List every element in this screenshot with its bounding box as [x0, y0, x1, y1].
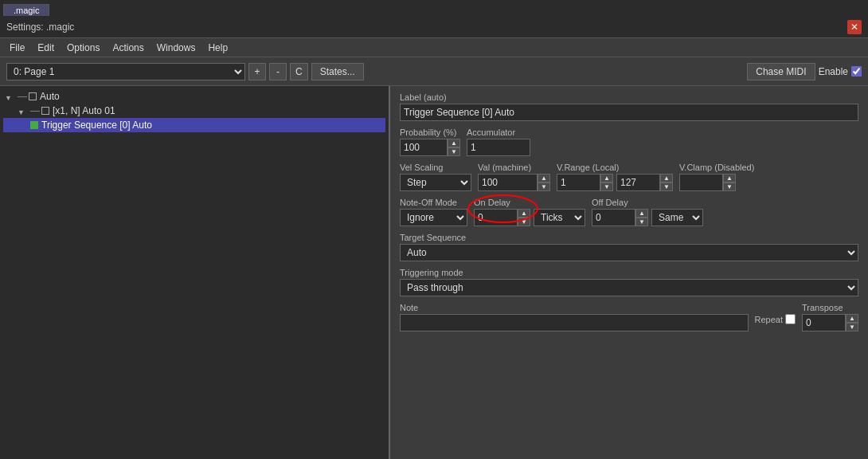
trigger-seq-icon — [30, 121, 38, 129]
repeat-checkbox[interactable] — [785, 314, 796, 324]
on-delay-label: On Delay — [474, 198, 585, 207]
menu-help[interactable]: Help — [201, 41, 234, 55]
enable-checkbox[interactable] — [851, 66, 862, 76]
repeat-label: Repeat — [755, 314, 796, 324]
tree-label-auto01: [x1, N] Auto 01 — [53, 105, 115, 116]
chase-midi-button[interactable]: Chase MIDI — [747, 63, 815, 80]
off-delay-down[interactable]: ▼ — [635, 218, 648, 226]
probability-label: Probability (%) — [400, 128, 460, 137]
val-machine-up[interactable]: ▲ — [538, 174, 550, 182]
on-delay-spin-buttons: ▲ ▼ — [518, 209, 530, 226]
val-machine-col: Val (machine) ▲ ▼ — [478, 163, 550, 191]
vclamp-input[interactable] — [679, 174, 723, 191]
enable-label: Enable — [819, 66, 862, 77]
target-seq-label: Target Sequence — [400, 233, 858, 242]
vrange-input1[interactable] — [557, 174, 600, 191]
probability-up[interactable]: ▲ — [448, 139, 460, 147]
page-select[interactable]: 0: Page 1 — [6, 63, 245, 80]
vrange-down2[interactable]: ▼ — [660, 182, 673, 191]
title-bar: Settings: .magic ✕ — [0, 16, 868, 38]
vel-scaling-col: Vel Scaling Step Linear None — [400, 163, 471, 191]
noteoff-label: Note-Off Mode — [400, 198, 467, 207]
on-delay-spin-wrap: ▲ ▼ Ticks ms Beats — [474, 209, 585, 226]
probability-down[interactable]: ▼ — [448, 147, 460, 156]
toolbar: 0: Page 1 + - C States... Chase MIDI Ena… — [0, 57, 868, 86]
note-repeat-row: Note Repeat Transpose ▲ ▼ — [400, 303, 858, 332]
auto01-icon — [41, 107, 49, 115]
transpose-col: Transpose ▲ ▼ — [802, 303, 858, 332]
tree-item-auto01[interactable]: — [x1, N] Auto 01 — [3, 104, 385, 118]
noteoff-select[interactable]: Ignore Kill Pass — [400, 209, 467, 226]
menu-bar: File Edit Options Actions Windows Help — [0, 38, 868, 57]
vclamp-up[interactable]: ▲ — [723, 174, 736, 182]
off-delay-input[interactable] — [592, 209, 635, 226]
probability-spin-buttons: ▲ ▼ — [448, 139, 460, 156]
tree-item-auto[interactable]: — Auto — [3, 89, 385, 104]
on-delay-down[interactable]: ▼ — [518, 218, 530, 226]
vrange-up1[interactable]: ▲ — [600, 174, 613, 182]
transpose-input[interactable] — [802, 314, 846, 332]
val-machine-label: Val (machine) — [478, 163, 550, 172]
val-machine-down[interactable]: ▼ — [538, 182, 550, 191]
menu-file[interactable]: File — [3, 41, 31, 55]
tree-item-trigger-seq[interactable]: Trigger Sequence [0] Auto — [3, 118, 385, 132]
transpose-up[interactable]: ▲ — [846, 314, 858, 323]
vclamp-spin-buttons: ▲ ▼ — [723, 174, 736, 191]
on-delay-unit-select[interactable]: Ticks ms Beats — [534, 209, 585, 226]
vel-scaling-label: Vel Scaling — [400, 163, 471, 172]
add-button[interactable]: + — [248, 63, 266, 80]
on-delay-up[interactable]: ▲ — [518, 209, 530, 218]
vel-scaling-select[interactable]: Step Linear None — [400, 174, 471, 191]
off-delay-spin-buttons: ▲ ▼ — [635, 209, 648, 226]
menu-options[interactable]: Options — [61, 41, 106, 55]
menu-windows[interactable]: Windows — [151, 41, 202, 55]
auto-icon — [29, 92, 37, 100]
label-section-label: Label (auto) — [400, 92, 858, 102]
reset-button[interactable]: C — [290, 63, 308, 80]
expand-icon-auto — [5, 92, 14, 101]
tab-bar: .magic — [0, 0, 868, 16]
menu-actions[interactable]: Actions — [106, 41, 150, 55]
accumulator-input[interactable] — [467, 139, 530, 156]
menu-edit[interactable]: Edit — [31, 41, 61, 55]
vclamp-col: V.Clamp (Disabled) ▲ ▼ — [679, 163, 754, 191]
vrange-label: V.Range (Local) — [557, 163, 673, 172]
on-delay-input[interactable] — [474, 209, 518, 226]
vrange-input2[interactable] — [616, 174, 660, 191]
off-delay-up[interactable]: ▲ — [635, 209, 648, 218]
triggering-mode-select[interactable]: Pass through Toggle Gate Latch — [400, 279, 858, 296]
label-input[interactable] — [400, 104, 858, 121]
vclamp-down[interactable]: ▼ — [723, 182, 736, 191]
vrange-up2[interactable]: ▲ — [660, 174, 673, 182]
close-button[interactable]: ✕ — [847, 20, 862, 34]
tree-label-trigger-seq: Trigger Sequence [0] Auto — [41, 120, 152, 131]
tree-panel: — Auto — [x1, N] Auto 01 Trigger Sequenc… — [0, 86, 390, 459]
tab-magic[interactable]: .magic — [3, 4, 49, 16]
note-input[interactable] — [400, 314, 749, 332]
vrange-spin-wrap: ▲ ▼ ▲ ▼ — [557, 174, 673, 191]
remove-button[interactable]: - — [269, 63, 287, 80]
val-machine-spin-buttons: ▲ ▼ — [538, 174, 550, 191]
transpose-spin-buttons: ▲ ▼ — [846, 314, 858, 332]
target-seq-select[interactable]: Auto — [400, 244, 858, 261]
val-machine-input[interactable] — [478, 174, 538, 191]
vrange-down1[interactable]: ▼ — [600, 182, 613, 191]
transpose-down[interactable]: ▼ — [846, 323, 858, 332]
noteoff-delay-row: Note-Off Mode Ignore Kill Pass On Delay … — [400, 198, 858, 226]
states-button[interactable]: States... — [311, 63, 364, 80]
note-label: Note — [400, 303, 749, 312]
note-col: Note — [400, 303, 749, 332]
probability-col: Probability (%) ▲ ▼ — [400, 128, 460, 156]
triggering-mode-label: Triggering mode — [400, 268, 858, 277]
noteoff-col: Note-Off Mode Ignore Kill Pass — [400, 198, 467, 226]
target-seq-group: Target Sequence Auto — [400, 233, 858, 261]
vclamp-label: V.Clamp (Disabled) — [679, 163, 754, 172]
on-delay-col: On Delay ▲ ▼ Ticks ms Beats — [474, 198, 585, 226]
transpose-spin-wrap: ▲ ▼ — [802, 314, 858, 332]
probability-input[interactable] — [400, 139, 448, 156]
off-delay-same-select[interactable]: Same Kill — [651, 209, 703, 226]
vrange-col: V.Range (Local) ▲ ▼ ▲ ▼ — [557, 163, 673, 191]
tree-label-auto: Auto — [40, 91, 60, 102]
repeat-col: Repeat — [755, 314, 796, 324]
accumulator-label: Accumulator — [467, 128, 530, 137]
